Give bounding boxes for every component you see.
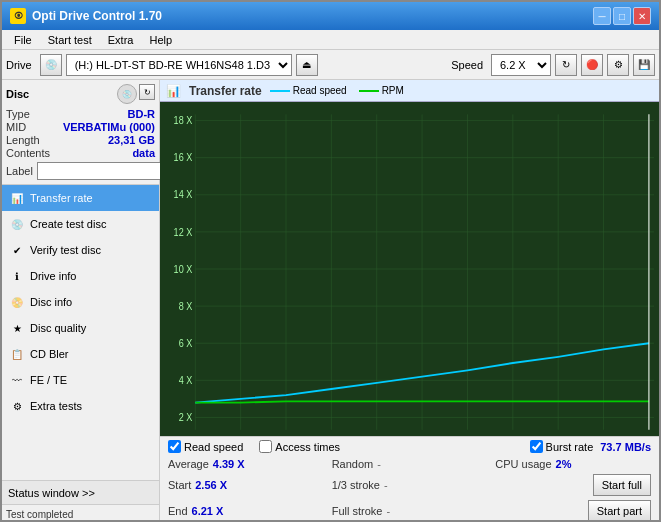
svg-text:12.5: 12.5 <box>414 433 430 436</box>
stats-row-2: Start 2.56 X 1/3 stroke - Start full <box>160 472 659 498</box>
menu-bar: File Start test Extra Help <box>2 30 659 50</box>
nav-item-label: Verify test disc <box>30 244 101 256</box>
svg-text:25.0 GB: 25.0 GB <box>634 433 659 436</box>
nav-item-label: Disc quality <box>30 322 86 334</box>
settings-button1[interactable]: 🔴 <box>581 54 603 76</box>
disc-header-label: Disc <box>6 88 29 100</box>
read-speed-checkbox-item[interactable]: Read speed <box>168 440 243 453</box>
cd-bler-icon: 📋 <box>10 347 24 361</box>
nav-item-verify-test-disc[interactable]: ✔ Verify test disc <box>2 237 159 263</box>
burst-rate-checkbox-item[interactable]: Burst rate 73.7 MB/s <box>530 440 651 453</box>
cpu-label: CPU usage <box>495 458 551 470</box>
title-bar: ⦿ Opti Drive Control 1.70 ─ □ ✕ <box>2 2 659 30</box>
svg-text:7.5: 7.5 <box>326 433 337 436</box>
fe-te-icon: 〰 <box>10 373 24 387</box>
start-full-button[interactable]: Start full <box>593 474 651 496</box>
read-speed-checkbox[interactable] <box>168 440 181 453</box>
disc-label-input[interactable] <box>37 162 166 180</box>
svg-text:18 X: 18 X <box>174 114 193 126</box>
disc-info-icon: 📀 <box>10 295 24 309</box>
average-label: Average <box>168 458 209 470</box>
svg-text:8 X: 8 X <box>179 300 193 312</box>
svg-text:16 X: 16 X <box>174 152 193 164</box>
close-button[interactable]: ✕ <box>633 7 651 25</box>
settings-button2[interactable]: ⚙ <box>607 54 629 76</box>
nav-item-label: Extra tests <box>30 400 82 412</box>
svg-text:17.5: 17.5 <box>505 433 521 436</box>
access-times-checkbox-item[interactable]: Access times <box>259 440 340 453</box>
completed-text: Test completed <box>6 509 73 520</box>
onethird-label: 1/3 stroke <box>332 479 380 491</box>
svg-text:20.0: 20.0 <box>550 433 566 436</box>
chart-area: 18 X 16 X 14 X 12 X 10 X 8 X 6 X 4 X 2 X… <box>160 102 659 436</box>
nav-list: 📊 Transfer rate 💿 Create test disc ✔ Ver… <box>2 185 159 480</box>
status-window-button[interactable]: Status window >> <box>2 480 159 504</box>
nav-item-label: CD Bler <box>30 348 69 360</box>
nav-item-transfer-rate[interactable]: 📊 Transfer rate <box>2 185 159 211</box>
nav-item-disc-info[interactable]: 📀 Disc info <box>2 289 159 315</box>
disc-refresh-btn[interactable]: ↻ <box>139 84 155 100</box>
nav-item-disc-quality[interactable]: ★ Disc quality <box>2 315 159 341</box>
speed-select[interactable]: 6.2 X <box>491 54 551 76</box>
create-test-disc-icon: 💿 <box>10 217 24 231</box>
menu-start-test[interactable]: Start test <box>40 32 100 48</box>
eject-button[interactable]: ⏏ <box>296 54 318 76</box>
svg-text:15.0: 15.0 <box>460 433 476 436</box>
svg-text:5.0: 5.0 <box>280 433 291 436</box>
chart-bottom: Read speed Access times Burst rate 73.7 … <box>160 436 659 522</box>
app-icon: ⦿ <box>10 8 26 24</box>
nav-item-extra-tests[interactable]: ⚙ Extra tests <box>2 393 159 419</box>
legend-read-speed-color <box>270 90 290 92</box>
svg-text:12 X: 12 X <box>174 226 193 238</box>
disc-quality-icon: ★ <box>10 321 24 335</box>
start-part-button[interactable]: Start part <box>588 500 651 522</box>
average-value: 4.39 X <box>213 458 253 470</box>
fullstroke-label: Full stroke <box>332 505 383 517</box>
onethird-value: - <box>384 479 388 491</box>
chart-header: 📊 Transfer rate Read speed RPM <box>160 80 659 102</box>
checkboxes-row: Read speed Access times Burst rate 73.7 … <box>160 437 659 456</box>
legend-rpm: RPM <box>359 85 404 96</box>
end-label: End <box>168 505 188 517</box>
start-label: Start <box>168 479 191 491</box>
extra-tests-icon: ⚙ <box>10 399 24 413</box>
menu-help[interactable]: Help <box>141 32 180 48</box>
refresh-button[interactable]: ↻ <box>555 54 577 76</box>
svg-text:6 X: 6 X <box>179 337 193 349</box>
drive-icon: 💿 <box>40 54 62 76</box>
save-button[interactable]: 💾 <box>633 54 655 76</box>
mid-label: MID <box>6 121 26 133</box>
svg-text:14 X: 14 X <box>174 189 193 201</box>
fullstroke-value: - <box>386 505 390 517</box>
burst-rate-value: 73.7 MB/s <box>600 441 651 453</box>
nav-item-fe-te[interactable]: 〰 FE / TE <box>2 367 159 393</box>
menu-extra[interactable]: Extra <box>100 32 142 48</box>
verify-test-disc-icon: ✔ <box>10 243 24 257</box>
svg-text:22.5: 22.5 <box>596 433 612 436</box>
nav-item-label: Drive info <box>30 270 76 282</box>
svg-text:2.5: 2.5 <box>235 433 246 436</box>
drive-select[interactable]: (H:) HL-DT-ST BD-RE WH16NS48 1.D3 <box>66 54 292 76</box>
length-label: Length <box>6 134 40 146</box>
maximize-button[interactable]: □ <box>613 7 631 25</box>
contents-value: data <box>132 147 155 159</box>
disc-panel: Disc 💿 ↻ Type BD-R MID VERBATIMu (000) L… <box>2 80 159 185</box>
type-label: Type <box>6 108 30 120</box>
svg-text:4 X: 4 X <box>179 374 193 386</box>
legend-rpm-color <box>359 90 379 92</box>
progress-section: Test completed <box>2 504 159 522</box>
menu-file[interactable]: File <box>6 32 40 48</box>
legend-read-speed: Read speed <box>270 85 347 96</box>
nav-item-label: Disc info <box>30 296 72 308</box>
main-area: Disc 💿 ↻ Type BD-R MID VERBATIMu (000) L… <box>2 80 659 522</box>
nav-item-label: Create test disc <box>30 218 106 230</box>
nav-item-drive-info[interactable]: ℹ Drive info <box>2 263 159 289</box>
minimize-button[interactable]: ─ <box>593 7 611 25</box>
app-title: Opti Drive Control 1.70 <box>32 9 162 23</box>
chart-title: Transfer rate <box>189 84 262 98</box>
nav-item-cd-bler[interactable]: 📋 CD Bler <box>2 341 159 367</box>
access-times-checkbox[interactable] <box>259 440 272 453</box>
burst-rate-checkbox[interactable] <box>530 440 543 453</box>
cpu-value: 2% <box>556 458 596 470</box>
nav-item-create-test-disc[interactable]: 💿 Create test disc <box>2 211 159 237</box>
